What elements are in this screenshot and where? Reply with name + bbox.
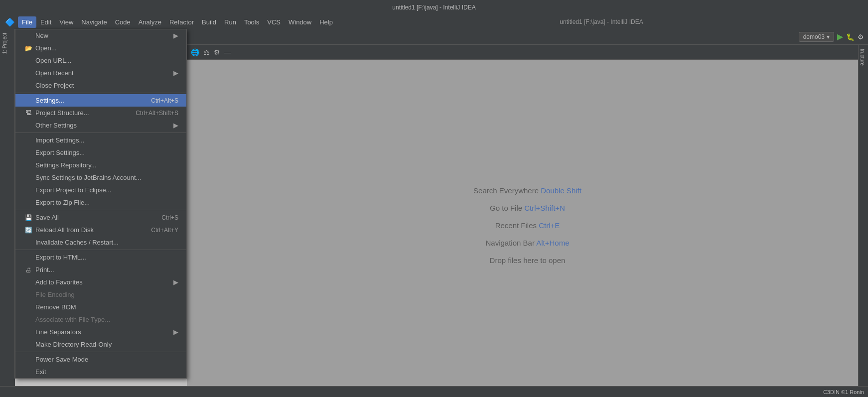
menu-item-export-settings[interactable]: Export Settings... [15, 146, 186, 159]
menu-item-save-all[interactable]: 💾 Save All Ctrl+S [15, 211, 186, 224]
submenu-arrow-sep: ▶ [173, 328, 178, 336]
menu-item-exit[interactable]: Exit [15, 366, 186, 378]
status-bar: C3DIN ©1 Ronin [0, 386, 868, 397]
hint-recent-files: Recent Files Ctrl+E [495, 221, 560, 230]
submenu-arrow-other: ▶ [173, 122, 178, 129]
menu-file[interactable]: File [18, 16, 36, 28]
menu-item-export-eclipse[interactable]: Export Project to Eclipse... [15, 184, 186, 196]
save-all-icon: 💾 [23, 214, 33, 221]
window-title: untitled1 [F:\java] - IntelliJ IDEA [4, 4, 864, 11]
run-config-name: demo03 [803, 33, 825, 40]
menu-item-other-settings[interactable]: Other Settings ▶ [15, 119, 186, 132]
menu-item-sync-settings[interactable]: Sync Settings to JetBrains Account... [15, 171, 186, 184]
submenu-arrow: ▶ [173, 32, 178, 39]
menu-item-invalidate-caches[interactable]: Invalidate Caches / Restart... [15, 236, 186, 249]
menu-item-file-encoding: File Encoding [15, 288, 186, 301]
hint-drop-files: Drop files here to open [490, 256, 566, 265]
project-structure-icon: 🏗 [23, 110, 33, 117]
menu-item-open[interactable]: 📂 Open... [15, 42, 186, 54]
menu-item-add-favorites[interactable]: Add to Favorites ▶ [15, 276, 186, 288]
menu-edit[interactable]: Edit [36, 16, 55, 28]
editor-tool-1[interactable]: 🌐 [191, 48, 199, 56]
menu-code[interactable]: Code [111, 16, 135, 28]
menu-item-power-save[interactable]: Power Save Mode [15, 353, 186, 366]
menu-run[interactable]: Run [220, 16, 240, 28]
menu-item-new[interactable]: New ▶ [15, 29, 186, 42]
menu-item-settings-repo[interactable]: Settings Repository... [15, 159, 186, 171]
menu-item-close-project[interactable]: Close Project [15, 79, 186, 92]
sep1 [15, 93, 186, 93]
open-icon: 📂 [23, 45, 33, 52]
menu-refactor[interactable]: Refactor [165, 16, 198, 28]
editor-tool-4[interactable]: — [224, 48, 231, 56]
menu-item-export-zip[interactable]: Export to Zip File... [15, 196, 186, 209]
submenu-arrow-fav: ▶ [173, 278, 178, 286]
menu-help[interactable]: Help [315, 16, 337, 28]
menu-build[interactable]: Build [198, 16, 220, 28]
editor-tool-2[interactable]: ⚖ [203, 48, 210, 56]
status-text: C3DIN ©1 Ronin [823, 389, 864, 395]
menu-item-open-recent[interactable]: Open Recent ▶ [15, 67, 186, 79]
menu-item-line-separators[interactable]: Line Separators ▶ [15, 326, 186, 338]
submenu-arrow-recent: ▶ [173, 69, 178, 77]
menu-item-print[interactable]: 🖨 Print... [15, 264, 186, 276]
structure-label[interactable]: tructure [859, 45, 866, 70]
hint-search-everywhere: Search Everywhere Double Shift [473, 186, 581, 195]
hint-navigation-bar: Navigation Bar Alt+Home [485, 239, 569, 247]
debug-button[interactable]: 🐛 [846, 33, 855, 41]
hint-go-to-file: Go to File Ctrl+Shift+N [490, 204, 565, 212]
menu-item-reload[interactable]: 🔄 Reload All from Disk Ctrl+Alt+Y [15, 224, 186, 236]
editor-area: 🌐 ⚖ ⚙ — Search Everywhere Double Shift G… [187, 45, 868, 386]
menu-tools[interactable]: Tools [240, 16, 263, 28]
menu-item-project-structure[interactable]: 🏗 Project Structure... Ctrl+Alt+Shift+S [15, 107, 186, 119]
reload-icon: 🔄 [23, 227, 33, 234]
print-icon: 🖨 [23, 266, 33, 273]
menu-item-associate-file-type: Associate with File Type... [15, 313, 186, 326]
run-button[interactable]: ▶ [837, 32, 843, 41]
status-right: C3DIN ©1 Ronin [823, 389, 864, 395]
sep4 [15, 250, 186, 250]
menu-title: untitled1 [F:\java] - IntelliJ IDEA [337, 18, 866, 25]
project-panel-label[interactable]: 1: Project [0, 29, 9, 58]
title-bar: untitled1 [F:\java] - IntelliJ IDEA [0, 0, 868, 15]
editor-tool-3[interactable]: ⚙ [214, 48, 220, 56]
menu-item-import-settings[interactable]: Import Settings... [15, 134, 186, 146]
app-logo[interactable]: 🔷 [2, 16, 18, 28]
menu-item-make-read-only[interactable]: Make Directory Read-Only [15, 338, 186, 351]
sep3 [15, 210, 186, 210]
menu-analyze[interactable]: Analyze [135, 16, 165, 28]
file-menu-dropdown: 1: Project New ▶ 📂 Open... Open URL... O… [0, 29, 187, 379]
sep2 [15, 132, 186, 133]
dropdown-icon: ▾ [827, 33, 830, 40]
menu-item-settings[interactable]: Settings... Ctrl+Alt+S [15, 94, 186, 107]
menu-item-export-html[interactable]: Export to HTML... [15, 251, 186, 264]
sep5 [15, 352, 186, 352]
menu-item-remove-bom[interactable]: Remove BOM [15, 301, 186, 313]
build-button[interactable]: ⚙ [858, 33, 864, 41]
right-strip: tructure [858, 45, 868, 386]
menu-view[interactable]: View [55, 16, 77, 28]
menu-navigate[interactable]: Navigate [77, 16, 111, 28]
menu-window[interactable]: Window [285, 16, 315, 28]
run-config-selector[interactable]: demo03 ▾ [799, 32, 834, 42]
menu-item-open-url[interactable]: Open URL... [15, 54, 186, 67]
menu-vcs[interactable]: VCS [263, 16, 285, 28]
file-dropdown-menu: New ▶ 📂 Open... Open URL... Open Recent … [15, 29, 187, 379]
menu-bar: 🔷 File Edit View Navigate Code Analyze R… [0, 15, 868, 29]
